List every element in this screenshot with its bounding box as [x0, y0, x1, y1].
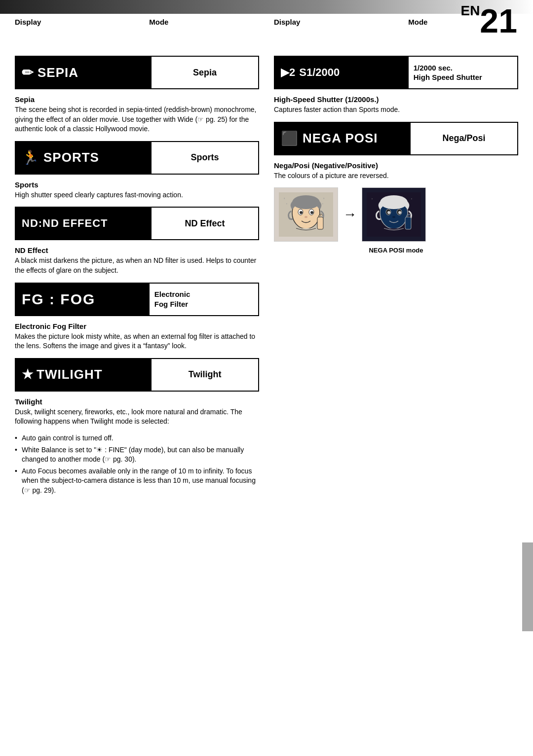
sports-mode-box: 🏃 SPORTS Sports — [15, 141, 259, 175]
high-speed-title: High-Speed Shutter (1/2000s.) — [274, 95, 518, 104]
inverted-face-svg: ' ' — [367, 192, 421, 237]
twilight-mode-label: Twilight — [151, 359, 258, 391]
svg-point-18 — [387, 211, 390, 214]
twilight-mode-box: ★ TWILIGHT Twilight — [15, 358, 259, 392]
twilight-display: ★ TWILIGHT — [16, 359, 151, 391]
fg-fog-mode-label: Electronic Fog Filter — [149, 284, 258, 315]
fg-fog-mode-box: FG : FOG Electronic Fog Filter — [15, 283, 259, 316]
main-content: ✏ SEPIA Sepia Sepia The scene being shot… — [0, 51, 533, 512]
right-tab — [522, 542, 533, 631]
high-speed-body: Captures faster action than Sports mode. — [274, 105, 518, 115]
fg-fog-title: Electronic Fog Filter — [15, 322, 259, 330]
nega-posi-title: Nega/Posi (Negative/Positive) — [274, 161, 518, 170]
twilight-body: Dusk, twilight scenery, fireworks, etc.,… — [15, 407, 259, 427]
sepia-title: Sepia — [15, 95, 259, 104]
sports-icon: 🏃 — [22, 149, 39, 166]
left-column: ✏ SEPIA Sepia Sepia The scene being shot… — [15, 56, 259, 498]
sports-body: High shutter speed clearly captures fast… — [15, 190, 259, 200]
page-number: EN21 — [460, 4, 517, 37]
nega-posi-body: The colours of a picture are reversed. — [274, 171, 518, 181]
nega-posi-icon: ⬛ — [281, 130, 299, 146]
svg-text:': ' — [322, 203, 323, 208]
nega-posi-images: ' ' ' ' → — [274, 187, 518, 242]
sports-display: 🏃 SPORTS — [16, 142, 151, 174]
nega-posi-display: ⬛ NEGA POSI — [275, 123, 410, 154]
nd-effect-body: A black mist darkens the picture, as whe… — [15, 256, 259, 275]
nd-effect-mode-label: ND Effect — [151, 208, 258, 239]
nega-posi-arrow: → — [343, 207, 357, 222]
right-column: ▶2 S1/2000 1/2000 sec. High Speed Shutte… — [274, 56, 518, 498]
sports-mode-label: Sports — [151, 142, 258, 174]
twilight-bullet-3: Auto Focus becomes available only in the… — [15, 467, 259, 496]
svg-point-19 — [398, 211, 401, 214]
left-display-header: Display — [15, 18, 149, 26]
sports-title: Sports — [15, 180, 259, 189]
fg-fog-body: Makes the picture look misty white, as w… — [15, 332, 259, 351]
svg-rect-8 — [317, 217, 323, 229]
sepia-icon: ✏ — [22, 65, 34, 81]
twilight-title: Twilight — [15, 397, 259, 406]
twilight-star-icon: ★ — [22, 367, 34, 382]
s2000-icon: ▶2 — [281, 66, 295, 79]
twilight-bullets: Auto gain control is turned off. White B… — [15, 433, 259, 496]
nega-posi-mode-label: Nega/Posi — [410, 123, 517, 154]
top-gradient-bar — [0, 0, 533, 14]
left-col-headers: Display Mode — [15, 18, 259, 26]
right-display-header: Display — [274, 18, 408, 26]
nd-effect-title: ND Effect — [15, 246, 259, 254]
sepia-display: ✏ SEPIA — [16, 57, 151, 88]
svg-point-6 — [310, 211, 313, 214]
nega-posi-caption: NEGA POSI mode — [274, 247, 518, 254]
high-speed-display: ▶2 S1/2000 — [275, 57, 408, 88]
nega-posi-mode-box: ⬛ NEGA POSI Nega/Posi — [274, 122, 518, 155]
svg-text:': ' — [286, 203, 287, 208]
fg-fog-display: FG : FOG — [16, 284, 149, 315]
twilight-bullet-2: White Balance is set to "☀ : FINE" (day … — [15, 445, 259, 465]
normal-face-svg: ' ' ' ' — [279, 192, 333, 237]
svg-text:': ' — [323, 197, 324, 204]
nega-normal-image: ' ' ' ' — [274, 187, 338, 242]
high-speed-mode-label: 1/2000 sec. High Speed Shutter — [408, 57, 517, 88]
high-speed-mode-box: ▶2 S1/2000 1/2000 sec. High Speed Shutte… — [274, 56, 518, 89]
svg-point-5 — [300, 211, 303, 214]
svg-rect-21 — [405, 217, 411, 229]
nd-effect-display: ND:ND EFFECT — [16, 208, 151, 239]
sepia-mode-label: Sepia — [151, 57, 258, 88]
svg-point-7 — [305, 216, 307, 218]
left-mode-header: Mode — [149, 18, 259, 26]
svg-text:': ' — [411, 198, 412, 203]
svg-point-20 — [392, 216, 395, 218]
sepia-mode-box: ✏ SEPIA Sepia — [15, 56, 259, 89]
nd-effect-mode-box: ND:ND EFFECT ND Effect — [15, 207, 259, 240]
nega-inverted-image: ' ' — [362, 187, 426, 242]
svg-text:': ' — [284, 197, 285, 204]
column-headers: Display Mode Display Mode — [0, 18, 533, 26]
twilight-bullet-1: Auto gain control is turned off. — [15, 433, 259, 443]
svg-text:': ' — [372, 198, 373, 203]
sepia-body: The scene being shot is recorded in sepi… — [15, 105, 259, 134]
